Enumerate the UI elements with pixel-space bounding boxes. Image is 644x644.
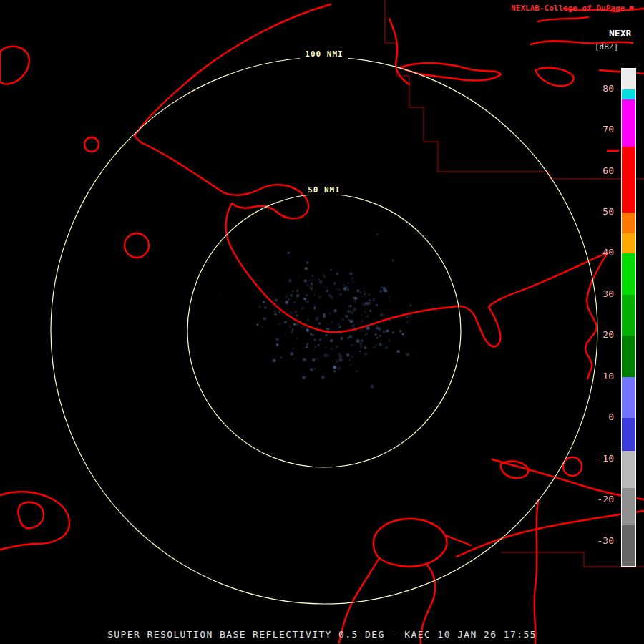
echo-pixel: [302, 376, 306, 379]
echo-pixel: [276, 343, 279, 346]
colorbar-tick-label: -20: [585, 494, 614, 505]
echo-pixel: [314, 306, 316, 307]
echo-pixel: [339, 358, 343, 361]
echo-pixel: [374, 347, 375, 348]
echo-pixel: [349, 272, 353, 275]
echo-pixel: [309, 280, 311, 281]
echo-pixel: [381, 323, 382, 323]
echo-pixel: [389, 340, 390, 341]
echo-pixel: [292, 348, 293, 350]
echo-pixel: [331, 333, 333, 335]
echo-pixel: [274, 306, 277, 309]
echo-pixel: [264, 306, 267, 309]
echo-pixel: [325, 347, 326, 348]
echo-pixel: [416, 358, 418, 359]
echo-pixel: [364, 293, 365, 295]
echo-pixel: [335, 288, 338, 291]
colorbar-band: [622, 99, 635, 147]
colorbar-band: [622, 525, 635, 566]
echo-pixel: [311, 278, 313, 280]
echo-pixel: [304, 279, 308, 283]
echo-pixel: [319, 280, 323, 284]
colorbar-tick-label: -10: [585, 453, 614, 464]
echo-pixel: [313, 307, 316, 310]
echo-pixel: [350, 319, 353, 323]
brand: NEXLAB-College of DuPage ⚑: [511, 4, 634, 13]
echo-pixel: [374, 345, 376, 347]
echo-pixel: [306, 300, 309, 303]
echo-pixel: [321, 376, 325, 379]
echo-pixel: [333, 282, 336, 285]
echo-pixel: [296, 289, 299, 292]
echo-pixel: [347, 366, 348, 368]
echo-pixel: [366, 348, 368, 349]
echo-pixel: [287, 252, 290, 255]
echo-pixel: [374, 333, 377, 336]
echo-pixel: [311, 283, 313, 286]
echo-pixel: [354, 301, 356, 302]
echo-pixel: [347, 282, 349, 284]
echo-pixel: [323, 286, 325, 288]
echo-pixel: [333, 370, 336, 372]
echo-pixel: [359, 291, 361, 293]
echo-pixel: [341, 337, 343, 340]
echo-pixel: [347, 310, 350, 313]
colorbar-band: [622, 418, 635, 451]
echo-pixel: [355, 283, 356, 285]
echo-pixel: [296, 321, 297, 322]
echo-pixel: [329, 295, 332, 298]
colorbar-tick-label: 40: [585, 247, 614, 258]
echo-pixel: [312, 358, 315, 361]
echo-pixel: [376, 337, 379, 340]
echo-pixel: [285, 333, 286, 334]
colorbar-tick-label: 60: [585, 165, 614, 177]
colorbar-band: [622, 488, 635, 525]
echo-pixel: [351, 311, 353, 314]
echo-pixel: [314, 295, 316, 296]
echo-pixel: [348, 358, 351, 361]
echo-pixel: [361, 319, 364, 323]
echo-pixel: [406, 353, 409, 356]
echo-pixel: [286, 295, 288, 298]
echo-pixel: [311, 288, 313, 290]
echo-pixel: [296, 315, 298, 316]
echo-pixel: [359, 351, 361, 352]
echo-pixel: [307, 318, 310, 321]
echo-pixel: [314, 346, 316, 348]
echo-pixel: [288, 279, 292, 283]
echo-pixel: [330, 339, 333, 342]
echo-pixel: [369, 323, 371, 326]
echo-pixel: [339, 326, 341, 328]
echo-pixel: [338, 288, 340, 291]
echo-pixel: [293, 323, 296, 325]
echo-pixel: [336, 346, 338, 348]
echo-pixel: [351, 356, 352, 357]
echo-pixel: [383, 287, 386, 291]
echo-pixel: [314, 338, 316, 341]
echo-pixel: [353, 308, 356, 311]
echo-pixel: [318, 296, 321, 299]
echo-pixel: [329, 312, 331, 314]
echo-pixel: [293, 358, 295, 360]
echo-pixel: [324, 275, 326, 277]
colorbar-band: [622, 253, 635, 294]
echo-pixel: [290, 352, 293, 356]
echo-pixel: [335, 331, 336, 333]
echo-pixel: [274, 310, 276, 312]
echo-pixel: [392, 260, 394, 262]
echo-pixel: [350, 364, 352, 366]
colorbar-band: [622, 89, 635, 99]
echo-pixel: [220, 292, 222, 293]
product-caption: SUPER-RESOLUTION BASE REFLECTIVITY 0.5 D…: [0, 629, 644, 640]
echo-pixel: [278, 308, 278, 309]
echo-pixel: [280, 357, 283, 359]
echo-pixel: [360, 343, 363, 346]
echo-pixel: [298, 275, 300, 276]
echo-pixel: [376, 344, 377, 346]
echo-pixel: [315, 329, 316, 331]
echo-pixel: [292, 291, 294, 293]
echo-pixel: [402, 333, 404, 336]
echo-pixel: [373, 298, 374, 299]
echo-pixel: [364, 353, 367, 356]
echo-pixel: [361, 331, 363, 332]
